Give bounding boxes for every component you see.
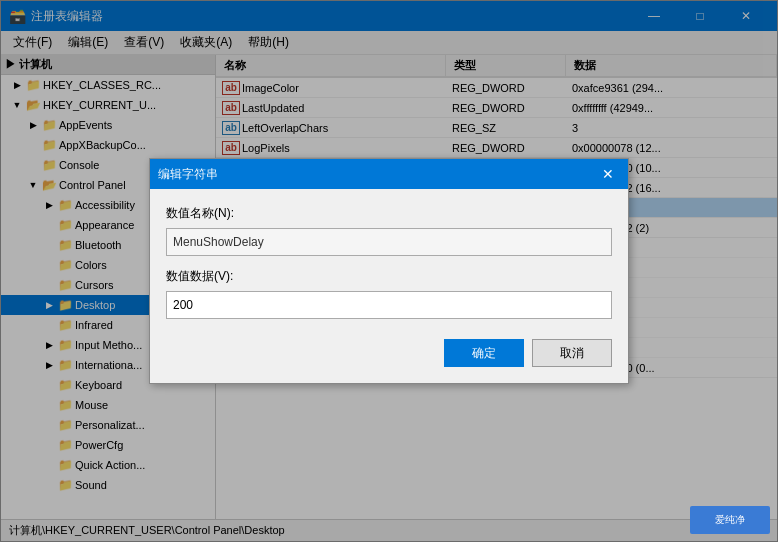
watermark: 爱纯净 [690,506,770,534]
dialog-title-bar: 编辑字符串 ✕ [150,159,628,189]
dialog-body: 数值名称(N): 数值数据(V): 确定 取消 [150,189,628,383]
dialog-data-label: 数值数据(V): [166,268,612,285]
dialog-buttons: 确定 取消 [166,339,612,367]
dialog-ok-button[interactable]: 确定 [444,339,524,367]
dialog-close-button[interactable]: ✕ [596,162,620,186]
dialog-name-input[interactable] [166,228,612,256]
dialog-overlay: 编辑字符串 ✕ 数值名称(N): 数值数据(V): 确定 取消 [0,0,778,542]
dialog-data-input[interactable] [166,291,612,319]
edit-string-dialog: 编辑字符串 ✕ 数值名称(N): 数值数据(V): 确定 取消 [149,158,629,384]
dialog-name-label: 数值名称(N): [166,205,612,222]
dialog-title: 编辑字符串 [158,166,218,183]
dialog-cancel-button[interactable]: 取消 [532,339,612,367]
watermark-text: 爱纯净 [715,513,745,527]
